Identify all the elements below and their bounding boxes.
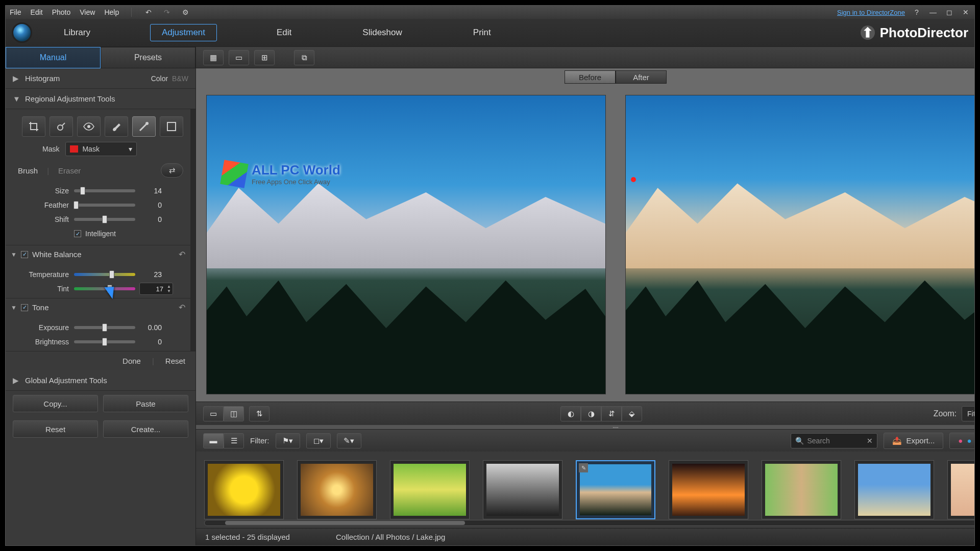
mirror-v-icon[interactable]: ◑ [581, 406, 601, 421]
search-placeholder: Search [807, 437, 829, 445]
intelligent-checkbox[interactable]: ✓ [74, 230, 81, 237]
brush-tool-icon[interactable] [105, 116, 128, 137]
menu-photo[interactable]: Photo [52, 8, 71, 16]
copy-button[interactable]: Copy... [13, 395, 98, 412]
tab-slideshow[interactable]: Slideshow [351, 24, 413, 41]
flip-h-icon[interactable]: ⇵ [601, 406, 622, 421]
swap-panes-icon[interactable]: ⇅ [249, 406, 270, 421]
close-icon[interactable]: ✕ [961, 8, 970, 16]
brush-mode-brush[interactable]: Brush [18, 166, 38, 175]
redeye-tool-icon[interactable] [77, 116, 101, 137]
export-button[interactable]: 📤Export... [884, 433, 943, 449]
viewmode-fit-icon[interactable]: ▭ [229, 50, 249, 65]
mask-color-swatch [70, 145, 78, 153]
shift-slider[interactable] [74, 218, 135, 221]
menu-help[interactable]: Help [104, 8, 119, 16]
status-bar: 1 selected - 25 displayed Collection / A… [196, 528, 974, 545]
wb-checkbox[interactable]: ✓ [21, 251, 28, 258]
splitter-handle[interactable]: •••• [196, 425, 974, 429]
thumbnail[interactable] [483, 460, 562, 519]
crop-tool-icon[interactable] [22, 116, 45, 137]
tab-print[interactable]: Print [462, 24, 502, 41]
reset-link[interactable]: Reset [165, 357, 185, 365]
clear-search-icon[interactable]: ✕ [867, 437, 873, 445]
signin-link[interactable]: Sign in to DirectorZone [837, 9, 905, 16]
compare-toolbar: ▭ ◫ ⇅ ◐ ◑ ⇵ ⬙ Zoom: Fit▾ [196, 402, 974, 425]
maximize-icon[interactable]: ◻ [945, 8, 954, 16]
tint-value: 17 [156, 285, 163, 293]
share-button[interactable]: ●●Share...▾ [949, 433, 974, 449]
tab-library[interactable]: Library [53, 24, 102, 41]
tab-edit[interactable]: Edit [265, 24, 303, 41]
section-histogram[interactable]: ▶ Histogram ColorB&W [6, 68, 195, 89]
thumbnail[interactable] [297, 460, 377, 519]
tab-adjustment[interactable]: Adjustment [150, 24, 217, 41]
thumbview-list-icon[interactable]: ☰ [224, 433, 244, 448]
thumbview-large-icon[interactable]: ▬ [203, 433, 224, 448]
watermark-logo-icon [220, 160, 249, 188]
swap-icon[interactable]: ⇄ [161, 163, 183, 178]
zoom-dropdown[interactable]: Fit▾ [962, 406, 974, 421]
menu-file[interactable]: File [10, 8, 21, 16]
create-button[interactable]: Create... [103, 420, 188, 438]
undo-icon[interactable]: ↶ [179, 249, 185, 259]
tone-checkbox[interactable]: ✓ [21, 304, 28, 311]
exposure-label: Exposure [13, 323, 74, 332]
mirror-h-icon[interactable]: ◐ [560, 406, 581, 421]
paste-button[interactable]: Paste [103, 395, 188, 412]
undo-icon[interactable]: ↶ [144, 8, 153, 16]
after-pane[interactable] [625, 95, 974, 394]
secondary-display-icon[interactable]: ⧉ [294, 50, 314, 65]
temperature-slider[interactable] [74, 273, 135, 276]
filter-label-icon[interactable]: ◻▾ [306, 433, 331, 448]
mask-tool-icon[interactable] [160, 116, 183, 137]
before-pane[interactable]: ALL PC WorldFree Apps One Click Away [206, 95, 606, 394]
svg-rect-3 [167, 122, 176, 131]
mask-dropdown[interactable]: Mask ▾ [65, 142, 137, 156]
filter-rating-icon[interactable]: ✎▾ [337, 433, 361, 448]
thumbnail[interactable] [854, 460, 934, 519]
histogram-bw[interactable]: B&W [172, 74, 188, 83]
viewmode-single-icon[interactable]: ▦ [203, 50, 224, 65]
thumbnail-selected[interactable]: ✎ [576, 460, 655, 519]
help-icon[interactable]: ? [912, 8, 921, 16]
intelligent-label: Intelligent [85, 230, 116, 238]
thumbnail[interactable] [762, 460, 841, 519]
search-input[interactable]: 🔍 Search ✕ [791, 433, 877, 448]
menu-edit[interactable]: Edit [31, 8, 43, 16]
layout-sidebyside-icon[interactable]: ◫ [224, 406, 244, 421]
section-regional[interactable]: ▼ Regional Adjustment Tools [6, 89, 195, 109]
tint-spinner[interactable]: 17▲▼ [139, 283, 173, 295]
spot-tool-icon[interactable] [50, 116, 73, 137]
section-global[interactable]: ▶ Global Adjustment Tools [6, 370, 195, 391]
subtab-manual[interactable]: Manual [6, 47, 101, 68]
thumbnail[interactable] [947, 460, 974, 519]
subtab-presets[interactable]: Presets [101, 47, 195, 68]
feather-slider[interactable] [74, 204, 135, 207]
flip-v-icon[interactable]: ⬙ [622, 406, 642, 421]
undo-icon[interactable]: ↶ [179, 303, 185, 312]
thumbnail[interactable] [204, 460, 284, 519]
strip-scrollbar[interactable] [204, 520, 974, 526]
exposure-slider[interactable] [74, 326, 135, 329]
gear-icon[interactable]: ⚙ [181, 8, 190, 16]
viewmode-grid-icon[interactable]: ⊞ [254, 50, 275, 65]
group-white-balance[interactable]: ▼ ✓ White Balance ↶ [6, 245, 190, 263]
gradient-tool-icon[interactable] [132, 116, 156, 137]
filter-flag-icon[interactable]: ⚑▾ [276, 433, 300, 448]
layout-single-icon[interactable]: ▭ [203, 406, 224, 421]
group-tone[interactable]: ▼ ✓ Tone ↶ [6, 298, 190, 316]
minimize-icon[interactable]: — [928, 8, 938, 16]
panel-scrollbar[interactable] [190, 109, 195, 351]
reset-button[interactable]: Reset [13, 420, 98, 438]
redo-icon[interactable]: ↷ [162, 8, 172, 16]
thumbnail[interactable] [390, 460, 470, 519]
histogram-color[interactable]: Color [151, 74, 168, 83]
brightness-slider[interactable] [74, 340, 135, 343]
menu-view[interactable]: View [80, 8, 95, 16]
done-button[interactable]: Done [122, 357, 141, 365]
thumbnail[interactable] [669, 460, 748, 519]
brush-mode-eraser[interactable]: Eraser [58, 166, 81, 175]
upload-icon[interactable]: ⬆ [861, 26, 875, 40]
size-slider[interactable] [74, 189, 135, 192]
